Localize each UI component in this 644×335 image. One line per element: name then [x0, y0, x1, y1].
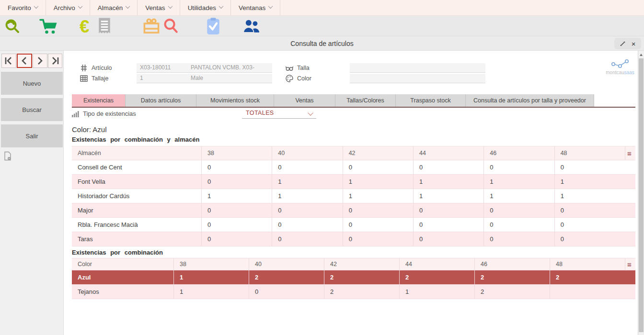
tab-3[interactable]: Ventas — [274, 94, 335, 107]
tab-4[interactable]: Tallas/Colores — [335, 94, 396, 107]
menubar: Favorito Archivo Almacén Ventas Utilidad… — [0, 0, 644, 16]
tabs: ExistenciasDatos artículosMovimientos st… — [72, 94, 635, 108]
value-cell: 1 — [343, 189, 413, 203]
menu-label: Almacén — [98, 4, 123, 11]
clipboard-check-icon[interactable] — [205, 18, 221, 35]
articulo-field[interactable]: X03-180011 PANTALON VCMB. X03-180011 — [137, 63, 272, 73]
chevron-down-icon — [126, 4, 130, 9]
table-header-row: Color384042444648≡ — [72, 258, 635, 270]
scroll-up-button[interactable] — [639, 52, 644, 57]
menu-utilidades[interactable]: Utilidades — [180, 0, 231, 15]
buscar-button[interactable]: Buscar — [1, 98, 63, 121]
expand-icon[interactable] — [620, 41, 626, 47]
column-header: 42 — [343, 146, 413, 160]
tallaje-field[interactable]: 1 Male — [137, 74, 272, 83]
value-cell: 1 — [413, 175, 483, 189]
value-cell: 2 — [324, 270, 399, 284]
search-refresh-icon[interactable] — [4, 18, 21, 35]
row-name-cell: Font Vella — [72, 175, 201, 189]
value-cell: 2 — [399, 270, 474, 284]
value-cell: 0 — [483, 160, 554, 174]
logo-graph-icon — [610, 58, 631, 69]
tab-2[interactable]: Movimientos stock — [196, 94, 274, 107]
menu-almacen[interactable]: Almacén — [90, 0, 138, 15]
salir-button[interactable]: Salir — [1, 124, 63, 147]
table-row[interactable]: Tejanos10212 — [72, 285, 635, 299]
value-cell: 1 — [272, 189, 342, 203]
column-header: 44 — [399, 258, 474, 270]
logo-text-montcau: montcau — [606, 70, 624, 75]
window-controls: × — [614, 38, 641, 49]
menu-label: Archivo — [54, 4, 75, 11]
table-menu-icon[interactable]: ≡ — [625, 258, 635, 270]
row-filler-cell — [625, 285, 635, 299]
column-header: 40 — [249, 258, 324, 270]
value-cell: 0 — [201, 203, 272, 217]
column-header: Almacén — [72, 146, 201, 160]
menu-ventas[interactable]: Ventas — [138, 0, 180, 15]
row-name-cell: Historiador Cardús — [72, 189, 201, 203]
column-header: 48 — [550, 258, 625, 270]
table-row[interactable]: Font Vella011111 — [72, 175, 635, 189]
row-name-cell: Major — [72, 203, 201, 217]
euro-receipt-icon[interactable]: € — [80, 18, 112, 35]
row-name-cell: Consell de Cent — [72, 160, 201, 174]
table-row[interactable]: Rbla. Francesc Macià000000 — [72, 218, 635, 232]
value-cell: 1 — [554, 175, 625, 189]
table-row[interactable]: Azul122222 — [72, 270, 635, 285]
table-row[interactable]: Taras000000 — [72, 232, 635, 246]
table-row[interactable]: Major000000 — [72, 203, 635, 218]
value-cell: 0 — [554, 232, 625, 246]
value-cell: 0 — [413, 203, 483, 217]
value-cell: 0 — [201, 160, 272, 174]
table-menu-icon[interactable]: ≡ — [625, 146, 635, 160]
value-cell: 0 — [201, 175, 272, 189]
nuevo-button[interactable]: Nuevo — [1, 72, 63, 95]
color-field[interactable] — [350, 74, 485, 83]
menu-archivo[interactable]: Archivo — [46, 0, 90, 15]
value-cell: 0 — [554, 218, 625, 232]
value-cell — [550, 285, 625, 299]
nav-prev-button[interactable] — [17, 54, 33, 68]
nav-next-button[interactable] — [33, 54, 47, 68]
nav-last-button[interactable] — [48, 54, 63, 68]
talla-field[interactable] — [350, 63, 485, 73]
menu-favorito[interactable]: Favorito — [0, 0, 46, 15]
row-name-cell: Taras — [72, 232, 201, 246]
row-filler-cell — [625, 270, 635, 284]
tallaje-desc: Male — [191, 74, 203, 83]
value-cell: 0 — [249, 285, 324, 299]
table-row[interactable]: Historiador Cardús111111 — [72, 189, 635, 203]
row-name-cell: Rbla. Francesc Macià — [72, 218, 201, 232]
tab-1[interactable]: Datos artículos — [126, 94, 196, 107]
filter-label: Tipo de existencias — [83, 110, 136, 117]
value-cell: 2 — [474, 285, 550, 299]
tab-6[interactable]: Consulta de artículos por talla y provee… — [466, 94, 594, 107]
article-number-icon — [80, 64, 88, 72]
articulo-code: X03-180011 — [140, 63, 171, 72]
users-icon[interactable] — [242, 18, 262, 35]
value-cell: 1 — [483, 175, 554, 189]
gift-search-icon[interactable] — [142, 18, 180, 35]
value-cell: 0 — [554, 160, 625, 174]
talla-icon — [285, 64, 294, 72]
chevron-down-icon — [308, 110, 313, 115]
talla-label: Talla — [297, 65, 310, 71]
scrollbar-thumb[interactable] — [639, 58, 644, 332]
tipo-existencias-dropdown[interactable]: TOTALES — [242, 108, 316, 119]
cart-icon[interactable] — [39, 18, 58, 35]
menu-ventanas[interactable]: Ventanas — [231, 0, 280, 15]
triangle-up-icon — [640, 54, 643, 56]
tab-5[interactable]: Traspaso stock — [396, 94, 466, 107]
document-settings-icon[interactable] — [3, 151, 12, 163]
value-cell: 0 — [483, 203, 554, 217]
nav-first-button[interactable] — [1, 54, 16, 68]
main-panel: Artículo X03-180011 PANTALON VCMB. X03-1… — [64, 51, 638, 335]
column-header: Color — [72, 258, 173, 270]
tab-0[interactable]: Existencias — [72, 94, 126, 107]
table-row[interactable]: Consell de Cent000000 — [72, 160, 635, 175]
window-title: Consulta de artículos — [0, 36, 644, 51]
close-icon[interactable]: × — [632, 40, 636, 47]
value-cell: 0 — [272, 160, 342, 174]
menu-label: Utilidades — [188, 4, 216, 11]
